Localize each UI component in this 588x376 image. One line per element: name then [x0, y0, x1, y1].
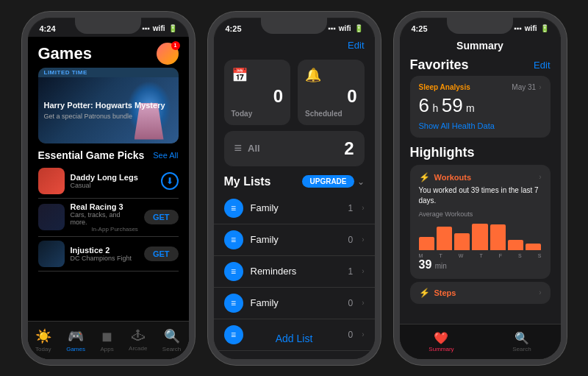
list-item-3[interactable]: ≡ Reminders 1 › [214, 256, 375, 288]
bar-M [419, 237, 434, 250]
avatar[interactable]: 1 [157, 43, 179, 65]
download-icon-1[interactable]: ⬇ [161, 172, 179, 190]
steps-left: ⚡ Steps [419, 288, 456, 298]
notch-3 [447, 18, 513, 34]
list-item-4[interactable]: ≡ Family 0 › [214, 288, 375, 319]
apps-icon: ◼ [101, 328, 112, 344]
chevron-icon: ⌄ [357, 177, 365, 187]
signal-icon: ▪▪▪ [142, 24, 150, 32]
steps-icon: ⚡ [419, 288, 430, 298]
tab-search[interactable]: 🔍 Search [162, 328, 181, 352]
tab-today[interactable]: ☀️ Today [35, 328, 51, 352]
scheduled-card-icon: 🔔 [305, 67, 357, 83]
chart-label-S: S [538, 253, 542, 258]
app-icon-3 [38, 241, 65, 267]
tab-games[interactable]: 🎮 Games [66, 328, 85, 352]
battery-icon-3: 🔋 [540, 24, 549, 32]
avg-unit: min [435, 262, 447, 270]
chart-labels: MTWTFSS [419, 253, 542, 258]
upgrade-button[interactable]: UPGRADE [302, 175, 354, 188]
get-button-3[interactable]: GET [144, 246, 179, 261]
steps-card[interactable]: ⚡ Steps › [410, 282, 551, 304]
app-name-2: Real Racing 3 [71, 202, 138, 211]
tab-apps[interactable]: ◼ Apps [100, 328, 113, 352]
highlights-section: Highlights [400, 142, 561, 162]
today-count: 0 [232, 86, 284, 107]
app-list: Daddy Long Legs Casual ⬇ Real Racing 3 C… [28, 164, 189, 272]
list-icon-4: ≡ [231, 298, 236, 308]
health-search-label: Search [512, 346, 531, 352]
workout-card[interactable]: ⚡ Workouts › You worked out 39 times in … [410, 165, 551, 279]
all-icon: ≡ [234, 141, 243, 156]
list-name-4: Family [251, 297, 341, 308]
chart-label-W: W [459, 253, 464, 258]
health-search-icon: 🔍 [514, 331, 529, 345]
tab-search-label: Search [162, 346, 181, 352]
sleep-hours: 6 [419, 94, 429, 116]
tab-arcade[interactable]: 🕹 Arcade [129, 328, 147, 352]
summary-title: Summary [456, 40, 503, 52]
ltd-label: LIMITED TIME [38, 68, 179, 77]
page-title: Games [38, 44, 92, 63]
edit-button[interactable]: Edit [348, 40, 364, 51]
chart-label-T: T [479, 253, 482, 258]
workout-icon: ⚡ [419, 172, 430, 182]
notch-2 [261, 18, 327, 34]
list-name-1: Family [251, 202, 341, 213]
add-list-container: Add List [214, 324, 375, 353]
today-card[interactable]: 📅 0 Today [224, 60, 291, 125]
time-1: 4:24 [40, 24, 56, 33]
status-icons-1: ▪▪▪ wifi 🔋 [142, 24, 176, 32]
tab-health-search[interactable]: 🔍 Search [512, 331, 531, 352]
signal-icon-2: ▪▪▪ [328, 24, 336, 32]
app-info-3: Injustice 2 DC Champions Fight [71, 246, 138, 262]
all-label: All [248, 143, 260, 154]
games-icon: 🎮 [68, 328, 84, 344]
list-name-2: Family [251, 234, 341, 245]
tab-apps-label: Apps [100, 346, 113, 352]
app-item-3[interactable]: Injustice 2 DC Champions Fight GET [38, 237, 179, 272]
get-button-2[interactable]: GET [144, 210, 179, 224]
health-summary-header: Summary [400, 37, 561, 53]
scheduled-card[interactable]: 🔔 0 Scheduled [298, 60, 365, 125]
today-icon: ☀️ [35, 328, 51, 344]
status-icons-3: ▪▪▪ wifi 🔋 [514, 24, 548, 32]
list-count-1: 1 [348, 203, 353, 213]
appstore-header: Games 1 [28, 37, 189, 68]
list-dot-3: ≡ [224, 262, 243, 281]
add-list-button[interactable]: Add List [276, 333, 313, 344]
chart-label-F: F [499, 253, 502, 258]
sleep-card[interactable]: Sleep Analysis May 31 › 6 h 59 m Show Al… [410, 76, 551, 138]
sleep-h-unit: h [432, 102, 438, 114]
wifi-icon-3: wifi [525, 24, 537, 32]
app-item-1[interactable]: Daddy Long Legs Casual ⬇ [38, 164, 179, 199]
battery-icon-2: 🔋 [354, 24, 363, 32]
bar-S [508, 240, 523, 250]
phone-2-reminders: 4:25 ▪▪▪ wifi 🔋 Edit 📅 0 Today 🔔 0 Sched… [208, 12, 381, 365]
sleep-value-area: 6 h 59 m [419, 94, 542, 117]
list-item-1[interactable]: ≡ Family 1 › [214, 193, 375, 224]
list-icon-1: ≡ [231, 203, 236, 213]
search-icon: 🔍 [164, 328, 180, 344]
summary-tab-label: Summary [429, 346, 453, 352]
favorites-header: Favorites Edit [400, 53, 561, 76]
all-card[interactable]: ≡ All 2 [224, 131, 365, 166]
all-card-left: ≡ All [234, 141, 260, 156]
upgrade-section: UPGRADE ⌄ [302, 175, 364, 188]
health-edit-button[interactable]: Edit [534, 60, 550, 71]
list-name-3: Reminders [251, 266, 341, 277]
arcade-icon: 🕹 [132, 328, 145, 344]
show-all-health-button[interactable]: Show All Health Data [419, 121, 542, 130]
app-info-2: Real Racing 3 Cars, tracks, and more. In… [71, 202, 138, 233]
tab-arcade-label: Arcade [129, 345, 147, 352]
game-banner[interactable]: Harry Potter: Hogwarts Mystery Get a spe… [38, 77, 179, 143]
list-chevron-1: › [362, 204, 364, 212]
tab-summary[interactable]: ❤️ Summary [429, 331, 453, 352]
list-item-2[interactable]: ≡ Family 0 › [214, 224, 375, 256]
heart-icon: ❤️ [434, 331, 448, 345]
app-item-2[interactable]: Real Racing 3 Cars, tracks, and more. In… [38, 199, 179, 237]
in-app-purchase-label: In-App Purchases [71, 226, 138, 233]
health-content: Summary Favorites Edit Sleep Analysis Ma… [400, 37, 561, 359]
app-icon-1 [38, 168, 65, 194]
see-all-link[interactable]: See All [153, 151, 178, 160]
